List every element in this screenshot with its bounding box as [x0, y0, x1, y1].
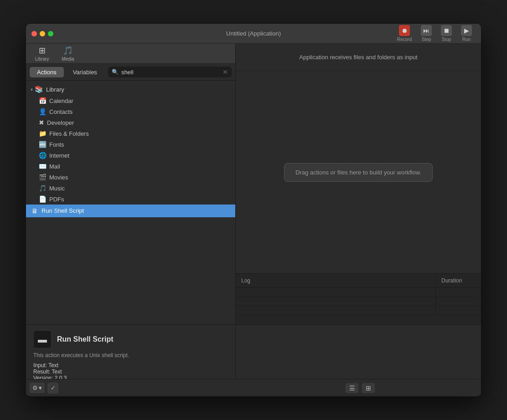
bottom-toolbar-left: ⚙ ▾ ✓	[30, 383, 239, 394]
traffic-lights	[31, 31, 53, 36]
action-icon-box: ▬	[33, 330, 52, 348]
log-column-header: Log	[236, 276, 435, 286]
chevron-down-icon: ▾	[31, 87, 33, 92]
internet-icon: 🌐	[39, 152, 47, 159]
record-button[interactable]: ⏺ Record	[393, 23, 415, 44]
search-box: 🔍 ✕	[108, 67, 232, 77]
clear-search-button[interactable]: ✕	[222, 68, 228, 76]
media-icon: 🎵	[63, 46, 73, 56]
sidebar-item-label: Files & Folders	[49, 130, 89, 137]
sidebar-item-internet[interactable]: 🌐 Internet	[26, 150, 235, 161]
contacts-icon: 👤	[39, 108, 47, 115]
library-icon: ⊞	[39, 46, 46, 56]
stop-icon: ⏹	[441, 25, 452, 36]
tab-variables[interactable]: Variables	[66, 67, 104, 77]
title-bar: Untitled (Application) ⏺ Record ⏭ Step ⏹…	[26, 24, 481, 44]
duration-column-header: Duration	[435, 276, 481, 286]
log-row	[236, 288, 481, 297]
check-button[interactable]: ✓	[47, 383, 58, 394]
log-cell	[236, 306, 435, 315]
sidebar-group-library[interactable]: ▾ 📚 Library	[26, 83, 235, 95]
log-area: Log Duration	[236, 273, 481, 324]
log-row	[236, 297, 481, 306]
calendar-icon: 📅	[39, 97, 47, 104]
result-label: Result:	[33, 369, 50, 375]
sidebar-item-files-folders[interactable]: 📁 Files & Folders	[26, 128, 235, 139]
grid-view-icon: ⊞	[366, 384, 371, 392]
sidebar-item-label: Internet	[49, 152, 69, 159]
sidebar-item-label: Music	[49, 185, 65, 192]
sidebar-item-fonts[interactable]: 🔤 Fonts	[26, 139, 235, 150]
sidebar-item-developer[interactable]: ✖ Developer	[26, 117, 235, 128]
left-panel: ⊞ Library 🎵 Media Actions Variables 🔍 ✕	[26, 44, 236, 324]
result-value: Text	[52, 369, 62, 375]
library-folder-icon: 📚	[35, 85, 43, 93]
result-item-run-shell-script[interactable]: 🖥 Run Shell Script	[26, 205, 235, 217]
record-icon: ⏺	[399, 25, 410, 36]
log-cell	[236, 288, 435, 297]
workflow-canvas[interactable]: Drag actions or files here to build your…	[236, 71, 481, 273]
list-view-button[interactable]: ☰	[346, 383, 358, 393]
media-button[interactable]: 🎵 Media	[58, 44, 78, 63]
step-button[interactable]: ⏭ Step	[417, 23, 435, 44]
bottom-toolbar-right: ☰ ⊞	[243, 383, 477, 393]
run-button[interactable]: ▶ Run	[457, 23, 476, 44]
log-cell	[236, 297, 435, 306]
sidebar-item-mail[interactable]: ✉️ Mail	[26, 161, 235, 172]
fonts-icon: 🔤	[39, 141, 47, 148]
workflow-header: Application receives files and folders a…	[236, 44, 481, 71]
library-media-toolbar: ⊞ Library 🎵 Media	[26, 44, 235, 64]
sidebar-item-calendar[interactable]: 📅 Calendar	[26, 95, 235, 106]
drag-hint: Drag actions or files here to build your…	[284, 163, 433, 182]
sidebar-item-movies[interactable]: 🎬 Movies	[26, 172, 235, 183]
run-label: Run	[462, 37, 471, 42]
bottom-panel: ▬ Run Shell Script This action executes …	[26, 324, 481, 379]
library-group-label: Library	[46, 86, 64, 93]
sidebar-item-contacts[interactable]: 👤 Contacts	[26, 106, 235, 117]
sidebar-item-pdfs[interactable]: 📄 PDFs	[26, 194, 235, 203]
results-list: 🖥 Run Shell Script	[26, 203, 235, 325]
sidebar-item-label: Fonts	[49, 141, 64, 148]
sidebar-item-label: Movies	[49, 174, 68, 181]
search-icon: 🔍	[112, 69, 119, 75]
action-title: Run Shell Script	[57, 335, 114, 343]
gear-button[interactable]: ⚙ ▾	[30, 383, 45, 393]
tab-actions[interactable]: Actions	[30, 67, 64, 77]
library-button[interactable]: ⊞ Library	[31, 44, 53, 63]
run-icon: ▶	[461, 25, 472, 36]
step-label: Step	[422, 37, 431, 42]
maximize-button[interactable]	[48, 31, 53, 36]
files-folders-icon: 📁	[39, 130, 47, 137]
tabs-bar: Actions Variables 🔍 ✕	[26, 64, 235, 81]
media-label: Media	[62, 56, 74, 61]
workflow-header-text: Application receives files and folders a…	[299, 54, 417, 61]
bottom-right	[236, 325, 481, 379]
toolbar-right: ⏺ Record ⏭ Step ⏹ Stop ▶ Run	[393, 23, 476, 44]
bottom-toolbar: ⚙ ▾ ✓ ☰ ⊞	[26, 379, 481, 396]
gear-icon: ⚙	[32, 384, 38, 391]
library-section: ▾ 📚 Library 📅 Calendar 👤 Contacts ✖	[26, 82, 235, 203]
gear-chevron-icon: ▾	[39, 384, 42, 391]
music-icon: 🎵	[39, 184, 47, 192]
record-label: Record	[397, 37, 412, 42]
sidebar-item-label: Contacts	[49, 108, 72, 115]
action-terminal-icon: ▬	[38, 334, 47, 345]
sidebar: ▾ 📚 Library 📅 Calendar 👤 Contacts ✖	[26, 81, 235, 203]
close-button[interactable]	[31, 31, 37, 36]
stop-button[interactable]: ⏹ Stop	[437, 23, 455, 44]
search-input[interactable]	[121, 69, 220, 76]
main-area: ⊞ Library 🎵 Media Actions Variables 🔍 ✕	[26, 44, 481, 324]
step-icon: ⏭	[421, 25, 432, 36]
minimize-button[interactable]	[40, 31, 45, 36]
log-header: Log Duration	[236, 274, 481, 288]
grid-view-button[interactable]: ⊞	[362, 383, 375, 393]
movies-icon: 🎬	[39, 174, 47, 181]
mail-icon: ✉️	[39, 163, 47, 170]
log-row	[236, 306, 481, 315]
main-window: Untitled (Application) ⏺ Record ⏭ Step ⏹…	[26, 23, 481, 397]
shell-script-icon: 🖥	[31, 207, 38, 215]
check-icon: ✓	[51, 384, 56, 391]
sidebar-item-label: Mail	[49, 163, 60, 170]
library-label: Library	[35, 56, 49, 61]
sidebar-item-music[interactable]: 🎵 Music	[26, 183, 235, 194]
